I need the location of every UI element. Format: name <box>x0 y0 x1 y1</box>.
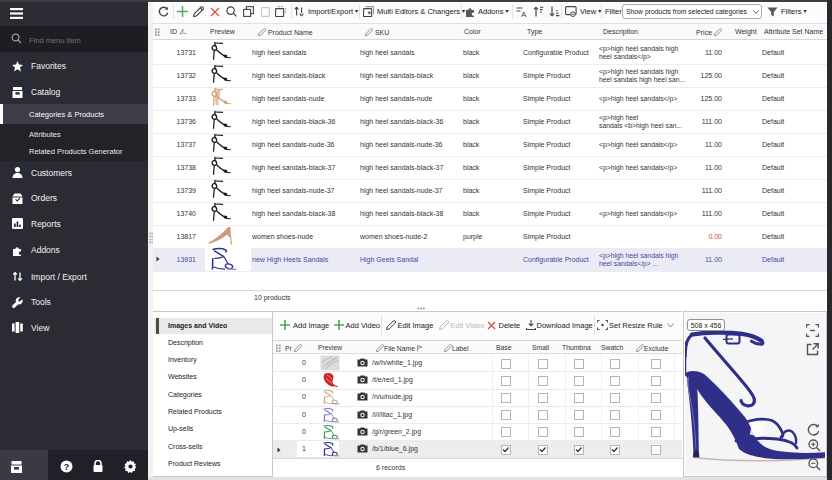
svg-text:A: A <box>521 10 527 17</box>
svg-text:?: ? <box>64 462 70 472</box>
